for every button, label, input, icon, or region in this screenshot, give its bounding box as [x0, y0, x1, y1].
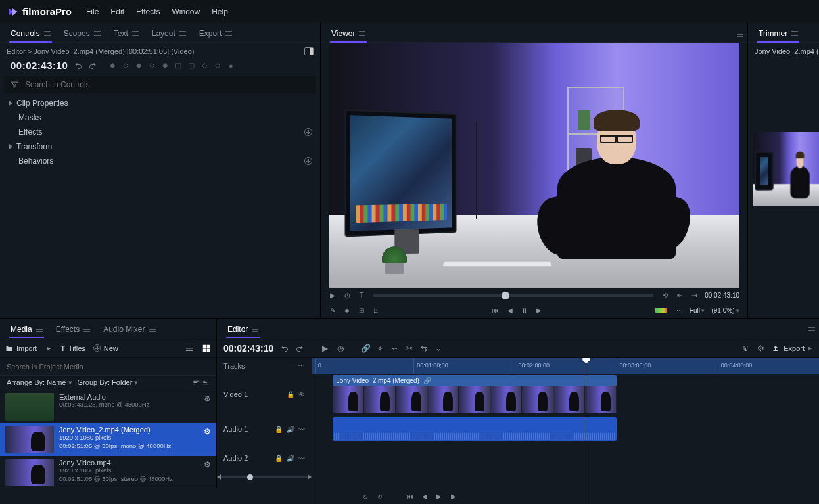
tab-menu-icon[interactable] — [94, 31, 101, 36]
controls-search[interactable] — [4, 76, 316, 93]
video-clip[interactable]: Jony Video_2.mp4 (Merged) 🔗 — [333, 375, 617, 413]
keyframe-opt2-icon[interactable]: ▢ — [187, 62, 195, 70]
trimmer-canvas[interactable] — [753, 132, 819, 206]
gear-icon[interactable]: ⚙ — [204, 460, 211, 469]
snap-icon[interactable]: ⌖ — [376, 344, 385, 352]
play-icon[interactable]: ▶ — [321, 344, 329, 352]
link-icon[interactable]: 🔗 — [423, 377, 431, 384]
tab-text[interactable]: Text — [107, 25, 145, 42]
transform-tool-icon[interactable]: ⊞ — [358, 306, 365, 314]
eye-icon[interactable]: 👁 — [298, 391, 305, 398]
track-audio-2[interactable] — [312, 444, 819, 472]
playhead[interactable] — [586, 358, 586, 504]
tab-controls[interactable]: Controls — [4, 25, 57, 42]
editor-timecode[interactable]: 00:02:43:10 — [223, 343, 273, 354]
zoom-in-icon[interactable] — [308, 474, 312, 480]
quality-dropdown[interactable]: Full — [690, 307, 705, 314]
ctrl-clip-properties[interactable]: Clip Properties — [0, 96, 320, 110]
gear-icon[interactable]: ⚙ — [204, 427, 211, 436]
speaker-icon[interactable]: 🔊 — [287, 426, 294, 433]
ctrl-masks[interactable]: Masks — [0, 110, 320, 125]
track-header-video1[interactable]: Video 1 🔒 👁 — [217, 374, 312, 415]
sort-asc-icon[interactable] — [193, 379, 200, 386]
tab-media[interactable]: Media — [4, 321, 49, 338]
media-item[interactable]: Jony Video_2.mp4 (Merged) 1920 x 1080 pi… — [0, 423, 216, 456]
menu-effects[interactable]: Effects — [136, 7, 160, 16]
tab-menu-icon[interactable] — [132, 31, 139, 36]
tab-viewer[interactable]: Viewer — [325, 25, 372, 42]
keyframe-prev-icon[interactable]: ◆ — [108, 62, 116, 70]
track-video-1[interactable]: Jony Video_2.mp4 (Merged) 🔗 — [312, 374, 819, 415]
ctrl-behaviors[interactable]: Behaviors — [0, 154, 320, 168]
out-point-icon[interactable]: ⇥ — [690, 292, 698, 300]
controls-search-input[interactable] — [25, 80, 310, 89]
tab-menu-icon[interactable] — [44, 31, 51, 36]
ripple-icon[interactable]: ↔ — [390, 344, 399, 352]
keyframe-opt3-icon[interactable]: ◇ — [200, 62, 208, 70]
magnet-icon[interactable]: ⊍ — [741, 344, 750, 352]
menu-window[interactable]: Window — [172, 7, 200, 16]
panel-menu-icon[interactable] — [808, 327, 815, 332]
titles-button[interactable]: TTitles — [60, 344, 85, 352]
track-area[interactable]: 0 00:01:00;00 00:02:00;00 00:03:00;00 00… — [312, 358, 819, 504]
tab-menu-icon[interactable] — [252, 327, 258, 332]
tab-menu-icon[interactable] — [36, 327, 43, 332]
text-tool-icon[interactable]: T — [358, 292, 365, 300]
undo-icon[interactable] — [74, 62, 82, 70]
controls-timecode[interactable]: 00:02:43:10 — [11, 60, 68, 71]
gear-icon[interactable]: ⚙ — [757, 344, 765, 352]
viewer-scrubber[interactable] — [373, 294, 653, 297]
media-item[interactable]: Jony Video.mp4 1920 x 1080 pixels 00:02:… — [0, 456, 216, 486]
lock-icon[interactable]: 🔒 — [275, 426, 283, 433]
keyframe-add-icon[interactable]: ◆ — [161, 62, 169, 70]
tab-scopes[interactable]: Scopes — [57, 25, 107, 42]
arrange-dropdown[interactable]: Arrange By: Name — [7, 378, 72, 387]
lock-icon[interactable]: 🔒 — [287, 391, 294, 398]
ctrl-effects[interactable]: Effects — [0, 125, 320, 139]
tab-effects[interactable]: Effects — [49, 321, 97, 338]
export-button[interactable]: Export ▸ — [772, 344, 812, 352]
keyframe-next-icon[interactable]: ◆ — [135, 62, 143, 70]
grid-view-icon[interactable] — [202, 344, 211, 353]
keyframe-icon[interactable]: ◇ — [122, 62, 129, 70]
media-search[interactable] — [0, 358, 216, 375]
mask-tool-icon[interactable]: ◈ — [343, 306, 351, 314]
stopwatch-icon[interactable]: ◷ — [343, 292, 351, 300]
tab-trimmer[interactable]: Trimmer — [752, 25, 805, 42]
keyframe-toggle-icon[interactable]: ◇ — [148, 62, 156, 70]
tab-menu-icon[interactable] — [149, 327, 156, 332]
keyframe-opt1-icon[interactable]: ▢ — [174, 62, 182, 70]
import-more-icon[interactable]: ▸ — [45, 344, 53, 352]
tool-icon[interactable]: ✂ — [405, 344, 413, 352]
media-item[interactable]: External Audio 00:03:43.128, mono @ 4800… — [0, 390, 216, 423]
tab-layout[interactable]: Layout — [145, 25, 193, 42]
gear-icon[interactable]: ⚙ — [204, 394, 211, 403]
stopwatch-icon[interactable]: ◷ — [336, 344, 344, 352]
step-fwd-icon[interactable]: ▶ — [535, 306, 543, 314]
menu-edit[interactable]: Edit — [110, 7, 124, 16]
audio-clip[interactable] — [333, 417, 617, 441]
zoom-dropdown[interactable]: (91.0%) — [711, 307, 739, 314]
media-search-input[interactable] — [7, 363, 210, 371]
redo-icon[interactable] — [89, 62, 97, 70]
speaker-icon[interactable]: 🔊 — [287, 455, 294, 462]
split-view-icon[interactable] — [304, 47, 314, 55]
viewer-canvas[interactable] — [329, 43, 739, 288]
crop-tool-icon[interactable]: ⟀ — [372, 306, 380, 314]
goto-start-icon[interactable]: ⏮ — [492, 306, 500, 314]
track-header-audio2[interactable]: Audio 2 🔒 🔊 〰 — [217, 444, 312, 472]
panel-menu-icon[interactable] — [737, 32, 743, 37]
tab-menu-icon[interactable] — [791, 31, 798, 36]
step-back-icon[interactable]: ◀ — [506, 306, 514, 314]
timeline-ruler[interactable]: 0 00:01:00;00 00:02:00;00 00:03:00;00 00… — [312, 358, 819, 374]
wave-icon[interactable]: 〰 — [298, 426, 305, 433]
undo-icon[interactable] — [280, 344, 289, 352]
add-effect-icon[interactable] — [304, 128, 312, 136]
tab-menu-icon[interactable] — [83, 327, 90, 332]
new-button[interactable]: New — [93, 344, 118, 352]
link-icon[interactable]: 🔗 — [362, 344, 370, 352]
slip-icon[interactable]: ⇆ — [419, 344, 428, 352]
menu-help[interactable]: Help — [212, 7, 228, 16]
loop-icon[interactable]: ⟲ — [661, 292, 669, 300]
tab-menu-icon[interactable] — [179, 31, 186, 36]
